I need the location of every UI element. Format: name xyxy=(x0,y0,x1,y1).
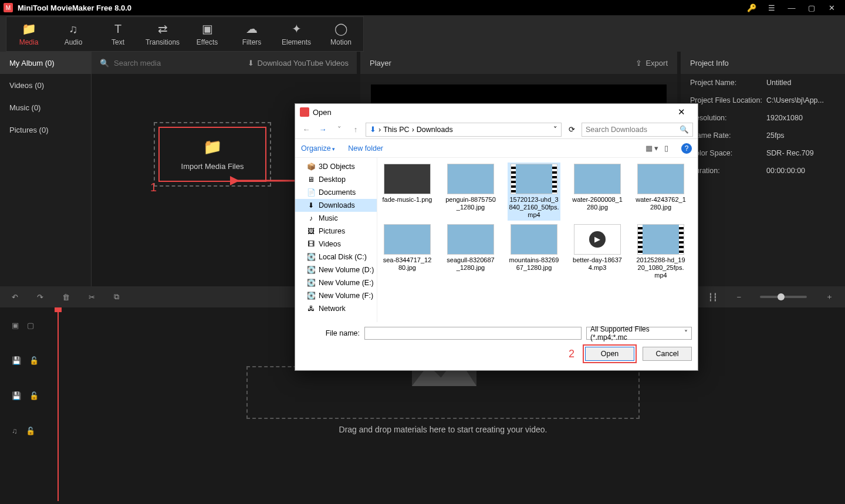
info-value: SDR- Rec.709 xyxy=(766,149,814,157)
dialog-close-button[interactable]: ✕ xyxy=(670,107,693,117)
file-name-input[interactable] xyxy=(364,327,582,340)
crumb-downloads[interactable]: Downloads xyxy=(417,126,453,134)
dialog-command-bar: Organize New folder ▦ ▾ ▯ ? xyxy=(295,139,698,158)
crop-button[interactable]: ⧉ xyxy=(114,292,119,302)
maximize-button[interactable]: ▢ xyxy=(802,0,822,15)
track-header-save1[interactable]: 💾🔓 xyxy=(0,343,53,378)
file-item[interactable]: penguin-8875750_1280.jpg xyxy=(444,163,497,221)
export-button[interactable]: ⇪ Export xyxy=(636,59,668,67)
search-input[interactable] xyxy=(114,59,248,67)
tree-node[interactable]: 🖥Desktop xyxy=(295,173,377,186)
redo-button[interactable]: ↷ xyxy=(37,293,43,302)
download-icon: ⬇ xyxy=(248,59,254,67)
file-item[interactable]: 15720123-uhd_3840_2160_50fps.mp4 xyxy=(508,163,560,221)
track-header-save2[interactable]: 💾🔓 xyxy=(0,378,53,413)
file-item[interactable]: mountains-8326967_1280.jpg xyxy=(508,223,560,281)
info-value: C:\Users\bj\App... xyxy=(766,96,824,104)
help-button[interactable]: ? xyxy=(681,143,692,154)
clip2-icon: ▢ xyxy=(27,321,34,330)
preview-pane-button[interactable]: ▯ xyxy=(664,144,668,153)
crumb-dropdown-icon[interactable]: ˅ xyxy=(553,125,557,134)
tab-text[interactable]: TText xyxy=(96,17,140,51)
playhead[interactable] xyxy=(58,307,59,501)
new-folder-button[interactable]: New folder xyxy=(348,144,383,153)
annotation-number-1: 1 xyxy=(150,181,157,194)
file-item[interactable]: 20125288-hd_1920_1080_25fps.mp4 xyxy=(634,223,687,281)
file-type-select[interactable]: All Supported Files (*.mp4;*.mc ˅ xyxy=(586,327,692,340)
tree-node[interactable]: 🎞Videos xyxy=(295,238,377,251)
breadcrumb-bar[interactable]: ⬇ › This PC › Downloads ˅ xyxy=(366,123,562,137)
cancel-button[interactable]: Cancel xyxy=(643,347,692,361)
sidebar-item[interactable]: Videos (0) xyxy=(0,74,91,96)
track-header-clip[interactable]: ▣▢ xyxy=(0,307,53,343)
chevron-icon: › xyxy=(378,126,381,134)
tab-transitions[interactable]: ⇄Transitions xyxy=(140,17,185,51)
tab-motion[interactable]: ◯Motion xyxy=(319,17,363,51)
file-item[interactable]: water-4243762_1280.jpg xyxy=(634,163,687,221)
tree-node[interactable]: 💽New Volume (D:) xyxy=(295,263,377,276)
file-item[interactable]: seagull-8320687_1280.jpg xyxy=(444,223,497,281)
tree-node[interactable]: ⬇Downloads xyxy=(295,199,377,212)
nav-up-button[interactable]: ↑ xyxy=(349,123,362,136)
undo-button[interactable]: ↶ xyxy=(12,293,18,302)
minimize-button[interactable]: — xyxy=(782,0,802,15)
download-youtube-button[interactable]: ⬇ Download YouTube Videos xyxy=(248,59,349,67)
zoom-slider[interactable] xyxy=(760,296,807,298)
tab-media[interactable]: 📁Media xyxy=(6,17,51,51)
close-button[interactable]: ✕ xyxy=(822,0,841,15)
delete-button[interactable]: 🗑 xyxy=(62,293,70,302)
sidebar-item[interactable]: Pictures (0) xyxy=(0,119,91,141)
track-header-audio[interactable]: ♫🔓 xyxy=(0,413,53,448)
folder-icon: 📄 xyxy=(307,188,315,197)
nav-forward-button[interactable]: → xyxy=(316,123,329,136)
tree-node-label: Music xyxy=(319,214,338,222)
tree-node[interactable]: 📄Documents xyxy=(295,186,377,199)
tree-node[interactable]: 💽Local Disk (C:) xyxy=(295,251,377,263)
zoom-in-button[interactable]: ＋ xyxy=(826,292,833,302)
tab-effects[interactable]: ▣Effects xyxy=(185,17,229,51)
zoom-out-button[interactable]: − xyxy=(736,293,741,302)
tree-node[interactable]: 💽New Volume (E:) xyxy=(295,276,377,289)
cut-button[interactable]: ✂ xyxy=(89,293,95,302)
tab-audio[interactable]: ♫Audio xyxy=(51,17,96,51)
info-key: Project Name: xyxy=(690,79,766,87)
file-item[interactable]: fade-music-1.png xyxy=(381,163,434,221)
ruler-icon[interactable]: ┇┇ xyxy=(708,293,718,302)
crumb-thispc[interactable]: This PC xyxy=(383,126,409,134)
timeline-dropzone[interactable] xyxy=(246,366,640,419)
menu-icon[interactable]: ☰ xyxy=(762,0,782,15)
refresh-button[interactable]: ⟳ xyxy=(565,125,578,134)
file-item[interactable]: sea-8344717_1280.jpg xyxy=(381,223,434,281)
project-info-panel: Project Info Project Name:UntitledProjec… xyxy=(681,52,845,286)
nav-back-button[interactable]: ← xyxy=(300,123,313,136)
tab-filters[interactable]: ☁Filters xyxy=(229,17,274,51)
file-name-label: File name: xyxy=(301,329,360,337)
open-button[interactable]: Open xyxy=(585,347,634,361)
tab-label: Filters xyxy=(242,38,262,46)
view-mode-button[interactable]: ▦ ▾ xyxy=(645,144,658,153)
organize-menu[interactable]: Organize xyxy=(301,144,335,153)
annotation-number-2: 2 xyxy=(569,348,574,360)
folder-icon: 💽 xyxy=(307,266,315,274)
tab-label: Text xyxy=(111,38,124,46)
music-icon: ♫ xyxy=(12,427,18,435)
app-title: MiniTool MovieMaker Free 8.0.0 xyxy=(18,4,131,12)
sidebar-item[interactable]: Music (0) xyxy=(0,96,91,119)
tab-elements[interactable]: ✦Elements xyxy=(274,17,319,51)
tree-node[interactable]: 🖼Pictures xyxy=(295,225,377,238)
tree-node[interactable]: 🖧Network xyxy=(295,302,377,315)
tree-node[interactable]: 💽New Volume (F:) xyxy=(295,289,377,302)
tree-node[interactable]: 📦3D Objects xyxy=(295,160,377,173)
lock-icon: 🔓 xyxy=(29,391,39,400)
dialog-search-input[interactable]: Search Downloads 🔍 xyxy=(582,123,693,137)
import-media-dropzone[interactable]: 📁 Import Media Files xyxy=(154,122,271,187)
player-title: Player xyxy=(370,59,391,67)
tree-node-label: New Volume (E:) xyxy=(319,279,374,287)
nav-recent-button[interactable]: ˅ xyxy=(333,123,346,136)
file-item[interactable]: ▶better-day-186374.mp3 xyxy=(571,223,624,281)
file-item[interactable]: water-2600008_1280.jpg xyxy=(571,163,624,221)
project-info-row: Duration:00:00:00:00 xyxy=(681,162,845,180)
sidebar-item[interactable]: My Album (0) xyxy=(0,52,91,74)
tree-node[interactable]: ♪Music xyxy=(295,212,377,225)
key-icon[interactable]: 🔑 xyxy=(742,0,762,15)
